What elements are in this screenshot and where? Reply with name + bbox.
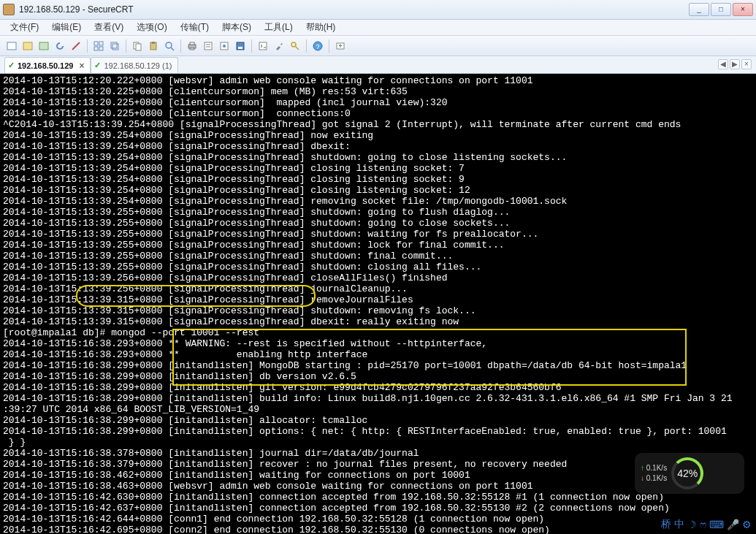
menu-item[interactable]: 文件(F)	[4, 20, 45, 35]
paste-icon[interactable]	[146, 39, 161, 53]
minimize-button[interactable]: _	[689, 3, 709, 16]
menu-item[interactable]: 查看(V)	[88, 20, 129, 35]
svg-rect-9	[112, 44, 118, 50]
menu-item[interactable]: 选项(O)	[131, 20, 172, 35]
tab-close-icon[interactable]: ×	[741, 59, 752, 69]
svg-line-3	[72, 42, 80, 50]
system-monitor-overlay[interactable]: 0.1K/s 0.1K/s 42%	[635, 453, 744, 494]
svg-rect-6	[94, 47, 98, 50]
tab-label: 192.168.50.129 (1)	[104, 61, 172, 70]
tab-nav: ◀ ▶ ×	[718, 59, 752, 69]
tools-icon[interactable]	[272, 39, 286, 53]
network-rates: 0.1K/s 0.1K/s	[641, 464, 667, 483]
find-icon[interactable]	[162, 39, 177, 53]
tray-icon[interactable]: ෆ	[700, 519, 706, 531]
svg-rect-26	[259, 42, 267, 50]
save-icon[interactable]	[233, 39, 248, 53]
window-titlebar: 192.168.50.129 - SecureCRT _ □ ×	[0, 0, 756, 20]
tab-close-icon[interactable]: ×	[79, 61, 84, 71]
print-icon[interactable]	[185, 39, 199, 53]
svg-rect-17	[190, 42, 194, 45]
tray-icon[interactable]: ⚙	[742, 519, 752, 530]
script-icon[interactable]	[256, 39, 270, 53]
tile-cascade-icon[interactable]	[107, 39, 122, 53]
tray-icon[interactable]: ⌨	[709, 519, 724, 530]
toolbar: ?	[0, 36, 756, 56]
tray-icon[interactable]: ☽	[687, 519, 697, 530]
usage-percent: 42%	[677, 468, 698, 479]
close-button[interactable]: ×	[733, 3, 753, 16]
disconnect-icon[interactable]	[69, 39, 83, 53]
separator-icon	[251, 39, 252, 53]
quick-connect-icon[interactable]	[20, 39, 35, 53]
download-rate: 0.1K/s	[641, 474, 667, 483]
separator-icon	[180, 39, 181, 53]
transfer-icon[interactable]	[333, 39, 348, 53]
tab-bar: ✓192.168.50.129×✓192.168.50.129 (1) ◀ ▶ …	[0, 56, 756, 74]
svg-rect-8	[111, 42, 117, 48]
svg-text:?: ?	[316, 43, 319, 50]
usage-ring: 42%	[671, 457, 703, 489]
svg-rect-25	[238, 47, 243, 49]
connect-tab-icon[interactable]	[37, 39, 51, 53]
separator-icon	[329, 39, 329, 53]
reconnect-icon[interactable]	[53, 39, 67, 53]
window-title: 192.168.50.129 - SecureCRT	[19, 4, 689, 15]
new-session-icon[interactable]	[4, 39, 19, 53]
tray-icons: 桥中☽ෆ⌨🎤⚙	[661, 518, 752, 531]
menu-item[interactable]: 传输(T)	[175, 20, 215, 35]
svg-rect-11	[136, 44, 141, 50]
tab-next-icon[interactable]: ▶	[730, 59, 740, 69]
svg-point-14	[166, 42, 172, 48]
svg-line-15	[171, 47, 174, 50]
session-tab[interactable]: ✓192.168.50.129×	[4, 57, 91, 73]
tab-prev-icon[interactable]: ◀	[718, 59, 728, 69]
key-icon[interactable]	[288, 39, 302, 53]
svg-rect-18	[190, 48, 194, 50]
svg-rect-2	[39, 42, 48, 50]
svg-rect-5	[99, 42, 103, 45]
svg-rect-7	[99, 47, 103, 50]
menu-item[interactable]: 编辑(E)	[46, 20, 87, 35]
window-buttons: _ □ ×	[689, 3, 753, 16]
separator-icon	[87, 39, 88, 53]
options-icon[interactable]	[217, 39, 232, 53]
svg-rect-19	[205, 42, 212, 50]
menu-bar: 文件(F)编辑(E)查看(V)选项(O)传输(T)脚本(S)工具(L)帮助(H)	[0, 20, 756, 36]
tab-label: 192.168.50.129	[18, 61, 73, 70]
tab-status-icon: ✓	[8, 61, 15, 70]
svg-rect-0	[7, 42, 16, 50]
svg-point-23	[223, 45, 226, 47]
svg-rect-4	[94, 42, 98, 45]
tray-icon[interactable]: 🎤	[727, 519, 739, 530]
app-icon	[3, 4, 15, 15]
copy-icon[interactable]	[130, 39, 145, 53]
menu-item[interactable]: 帮助(H)	[300, 20, 342, 35]
help-icon[interactable]: ?	[310, 39, 325, 53]
tab-status-icon: ✓	[94, 61, 101, 70]
tray-icon[interactable]: 桥	[661, 518, 671, 531]
svg-line-28	[295, 46, 299, 50]
menu-item[interactable]: 脚本(S)	[216, 20, 257, 35]
menu-item[interactable]: 工具(L)	[259, 20, 299, 35]
separator-icon	[306, 39, 307, 53]
upload-rate: 0.1K/s	[641, 464, 667, 473]
session-tab[interactable]: ✓192.168.50.129 (1)	[91, 57, 178, 73]
properties-icon[interactable]	[201, 39, 215, 53]
svg-rect-13	[152, 42, 155, 44]
separator-icon	[126, 39, 126, 53]
maximize-button[interactable]: □	[711, 3, 731, 16]
tile-icon[interactable]	[91, 39, 106, 53]
svg-rect-1	[23, 42, 32, 50]
tray-icon[interactable]: 中	[674, 518, 684, 531]
svg-rect-16	[188, 45, 196, 48]
